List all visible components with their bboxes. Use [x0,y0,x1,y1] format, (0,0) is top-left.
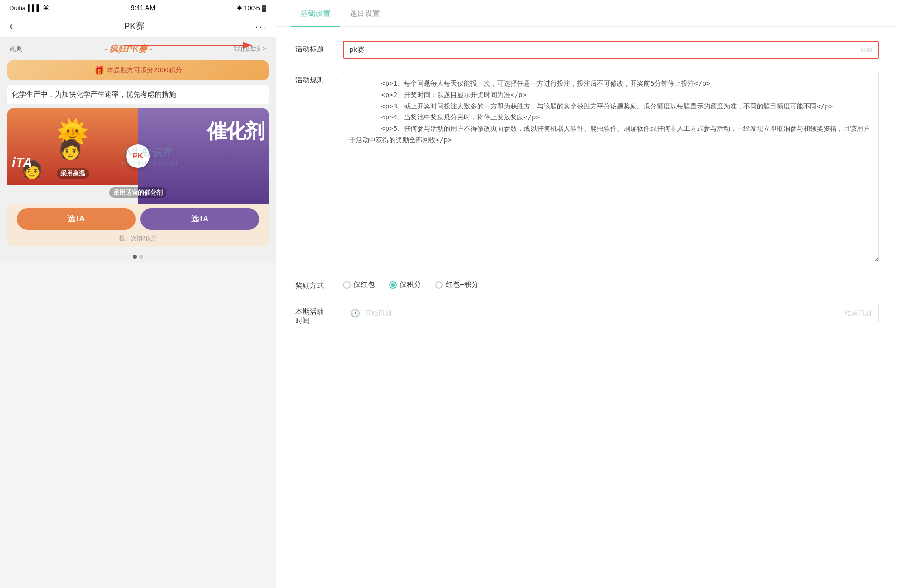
option-left-label: 采用高温 [57,168,89,179]
question-text: 化学生产中，为加快化学产生速率，优先考虑的措施 [7,85,269,104]
period-control: 🕐 开始日期 - 结束日期 [343,304,879,323]
option-right-image: 催化剂 🧑 采用适宜的催化剂 [138,108,269,204]
radio-both-circle [435,281,443,289]
reward-control: 仅红包 仅积分 红包+积分 [343,277,879,289]
pk-badge: PK [126,144,150,168]
title-control: 3/30 [343,41,879,59]
ita-label-left: iTA [12,155,32,170]
rules-row: 活动规则 <p>1、每个问题每人每天仅能投一次，可选择任意一方进行投注，投注后不… [295,72,879,264]
start-date-placeholder: 开始日期 [365,309,391,318]
more-button[interactable]: ··· [255,21,266,32]
rules-control: <p>1、每个问题每人每天仅能投一次，可选择任意一方进行投注，投注后不可修改，开… [343,72,879,264]
title-pk: PK [127,44,138,54]
right-panel: 基础设置 题目设置 活动标题 3/30 活动规则 <p>1、每个问题每人每天仅能… [276,0,898,588]
catalyst-graphic: 催化剂 [207,118,264,145]
period-row: 本期活动 时间 🕐 开始日期 - 结束日期 [295,304,879,325]
battle-images: 🌞 🧑 iTA 采用高温 PK 催化剂 🧑 采用适宜的催化剂 [7,108,269,204]
page-title: - 疯狂PK赛 - [104,43,152,55]
back-button[interactable]: ‹ [10,20,13,32]
clock-icon: 🕐 [351,309,360,318]
period-label: 本期活动 时间 [295,304,333,325]
radio-red-packet-circle [343,281,351,289]
reward-both-label: 红包+积分 [446,280,478,289]
title-input[interactable] [350,46,860,54]
tab-question-settings[interactable]: 题目设置 [340,0,390,27]
bluetooth-icon: ✱ [237,4,242,11]
form-area: 活动标题 3/30 活动规则 <p>1、每个问题每人每天仅能投一次，可选择任意一… [276,27,898,588]
reward-row: 奖励方式 仅红包 仅积分 红包+积分 [295,277,879,290]
nav-title: PK赛 [124,20,144,32]
dot-1 [133,255,137,259]
gift-icon: 🎁 [94,65,104,76]
carrier-text: Duiba [10,4,26,11]
vote-area: 选TA 选TA [7,204,269,232]
battle-area: 🌞 🧑 iTA 采用高温 PK 催化剂 🧑 采用适宜的催化剂 [7,108,269,246]
vote-deduct-text: 投一次扣2积分 [7,232,269,246]
title-label: 活动标题 [295,41,333,54]
carousel-dots [0,251,276,263]
rules-bar: 规则 - 疯狂PK赛 - 我的战绩 > [0,38,276,60]
date-range-picker[interactable]: 🕐 开始日期 - 结束日期 [343,304,879,323]
rules-textarea[interactable]: <p>1、每个问题每人每天仅能投一次，可选择任意一方进行投注，投注后不可修改，开… [343,72,879,262]
status-bar: Duiba ▌▌▌ ⌘ 9:41 AM ✱ 100% ▓ [0,0,276,15]
title-char-count: 3/30 [860,46,872,53]
phone-content: 规则 - 疯狂PK赛 - 我的战绩 > 🎁 本题胜方可瓜分2000积分 化学生产… [0,38,276,263]
title-input-wrap: 3/30 [343,41,879,59]
rules-link[interactable]: 规则 [10,45,23,53]
reward-points-label: 仅积分 [400,280,421,289]
rules-label: 活动规则 [295,72,333,85]
reward-label: 奖励方式 [295,277,333,290]
left-panel: Duiba ▌▌▌ ⌘ 9:41 AM ✱ 100% ▓ ‹ PK赛 ··· 规… [0,0,276,588]
date-separator: - [396,310,840,317]
tabs: 基础设置 题目设置 [276,0,898,27]
character-left: 🧑 [59,138,82,161]
battery-text: 100% [244,4,260,11]
signal-icon: ▌▌▌ [28,4,41,11]
banner-text: 本题胜方可瓜分2000积分 [107,66,182,75]
title-row: 活动标题 3/30 [295,41,879,59]
vote-left-button[interactable]: 选TA [17,208,136,230]
status-bar-right: ✱ 100% ▓ [237,4,266,11]
end-date-placeholder: 结束日期 [845,309,871,318]
title-prefix: - [104,44,109,54]
status-bar-left: Duiba ▌▌▌ ⌘ [10,4,49,11]
title-crazy: 疯狂 [109,44,127,54]
nav-bar: ‹ PK赛 ··· [0,15,276,38]
reward-both[interactable]: 红包+积分 [435,280,478,289]
battery-icon: ▓ [262,4,266,11]
status-bar-time: 9:41 AM [131,4,155,11]
tab-basic-settings[interactable]: 基础设置 [291,0,340,27]
radio-points-circle [389,281,397,289]
vote-right-button[interactable]: 选TA [140,208,259,230]
title-game: 赛 - [138,44,152,54]
dot-2 [139,255,143,259]
option-right-label: 采用适宜的催化剂 [138,187,166,198]
prize-banner: 🎁 本题胜方可瓜分2000积分 [7,60,269,80]
reward-red-packet-label: 仅红包 [353,280,375,289]
reward-radio-group: 仅红包 仅积分 红包+积分 [343,277,879,289]
reward-points-only[interactable]: 仅积分 [389,280,421,289]
my-score-link[interactable]: 我的战绩 > [234,45,266,53]
wifi-icon: ⌘ [43,4,49,11]
reward-red-packet[interactable]: 仅红包 [343,280,375,289]
